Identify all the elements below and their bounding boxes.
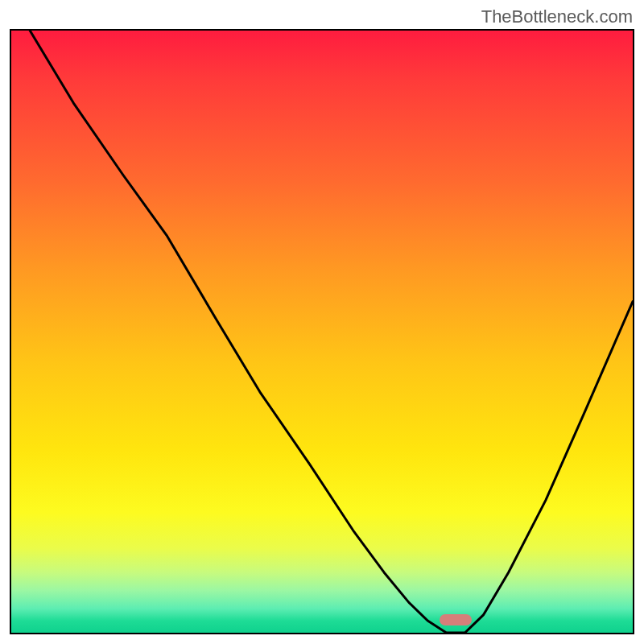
chart-frame [10, 29, 634, 634]
chart-curve [11, 31, 633, 633]
watermark-text: TheBottleneck.com [481, 6, 633, 27]
chart-min-marker [440, 614, 472, 625]
